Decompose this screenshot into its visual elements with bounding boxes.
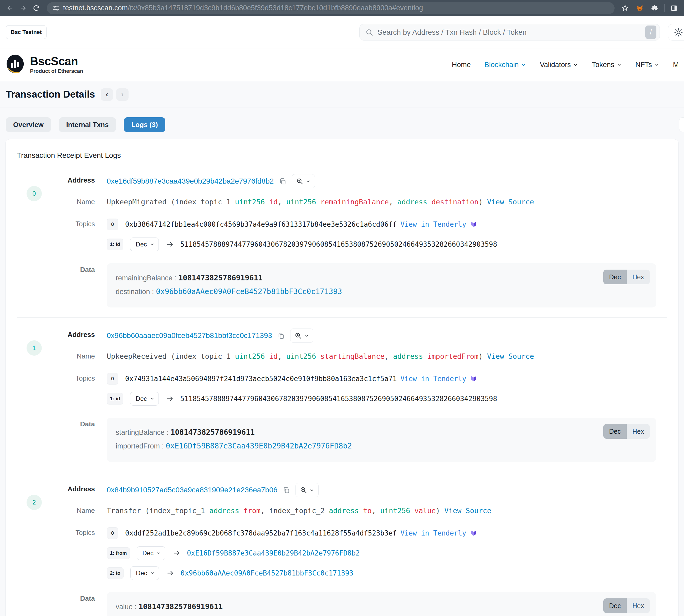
bscscan-logo[interactable]: BscScan Product of Etherscan: [6, 54, 83, 75]
topics-list: 0 0xb38647142fbb1ea4c000fc4569b37a4e9a9f…: [107, 218, 667, 258]
event-logs-card: Transaction Receipt Event Logs 0 Address…: [5, 139, 679, 616]
view-in-tenderly-link[interactable]: View in Tenderly: [401, 220, 466, 228]
logs-container: 0 Address 0xe16df59b887e3caa439e0b29b42b…: [5, 163, 679, 616]
topic-decode-dropdown[interactable]: Dec: [137, 546, 165, 560]
signature-segment: address: [329, 507, 359, 515]
log-address-link[interactable]: 0xe16df59b887e3caa439e0b29b42ba2e7976fd8…: [107, 177, 274, 185]
bookmark-star-icon[interactable]: [620, 3, 630, 14]
nav-item-tokens[interactable]: Tokens: [592, 61, 622, 69]
arrow-right-icon: [166, 569, 174, 577]
data-address-link[interactable]: 0xE16Df59B887e3Caa439E0b29B42bA2e7976FD8…: [166, 442, 352, 450]
nav-item-nfts[interactable]: NFTs: [635, 61, 659, 69]
view-source-link[interactable]: View Source: [487, 352, 534, 360]
tab-internal-txns[interactable]: Internal Txns: [59, 117, 116, 132]
dec-hex-toggle: Dec Hex: [603, 598, 650, 613]
dec-button[interactable]: Dec: [603, 424, 626, 439]
tenderly-icon: [470, 375, 478, 383]
hex-button[interactable]: Hex: [627, 598, 650, 613]
log-entry: 2 Address 0x84b9b910527ad5c03a9ca831909e…: [5, 472, 679, 616]
signature-segment: id: [265, 352, 278, 360]
address-lens-button[interactable]: [290, 329, 313, 343]
hex-button[interactable]: Hex: [627, 424, 650, 439]
signature-segment: uint256: [380, 507, 410, 515]
topic-index-badge: 2: to: [107, 567, 123, 579]
view-in-tenderly-link[interactable]: View in Tenderly: [401, 529, 466, 537]
side-panel-icon[interactable]: [669, 3, 679, 14]
nav-item-more[interactable]: M: [673, 61, 678, 69]
log-entry: 1 Address 0x96bb60aaaec09a0fceb4527b81bb…: [5, 318, 679, 464]
data-label: Data: [45, 418, 95, 428]
chevron-down-icon: [306, 179, 311, 183]
network-badge[interactable]: Bsc Testnet: [6, 25, 47, 39]
topic-row: 2: to Dec 0x96bb60aAAec09A0FceB4527b81bb…: [107, 566, 667, 580]
data-separator: :: [173, 274, 179, 282]
dec-button[interactable]: Dec: [603, 270, 626, 284]
address-label: Address: [45, 483, 95, 493]
signature-segment: UpkeepReceived (index_topic_1: [107, 352, 235, 360]
prev-transaction-button[interactable]: ‹: [101, 88, 113, 101]
search-bar[interactable]: /: [359, 24, 660, 41]
nav-item-validators[interactable]: Validators: [540, 61, 578, 69]
topic-decode-dropdown[interactable]: Dec: [130, 392, 159, 405]
search-input[interactable]: [378, 28, 641, 37]
signature-segment: startingBalance: [316, 352, 385, 360]
view-source-link[interactable]: View Source: [444, 507, 491, 515]
data-param-label: value: [116, 603, 133, 611]
log-address-link[interactable]: 0x84b9b910527ad5c03a9ca831909e21e236ea7b…: [107, 486, 277, 494]
extensions-icon[interactable]: [649, 3, 660, 14]
signature-segment: ): [478, 352, 487, 360]
chevron-down-icon: [654, 62, 659, 67]
dec-button[interactable]: Dec: [603, 598, 626, 613]
data-address-link[interactable]: 0x96bb60aAAec09A0FceB4527b81bbF3Cc0c1713…: [156, 287, 342, 296]
nav-item-home[interactable]: Home: [452, 61, 471, 69]
address-lens-button[interactable]: [295, 483, 319, 497]
topic-decode-dropdown[interactable]: Dec: [130, 566, 159, 580]
event-signature: UpkeepMigrated (index_topic_1 uint256 id…: [107, 195, 667, 207]
signature-segment: address: [397, 198, 427, 206]
log-index-badge: 0: [26, 186, 42, 201]
topic-decode-dropdown[interactable]: Dec: [130, 238, 159, 251]
data-separator: :: [160, 442, 166, 450]
metamask-icon[interactable]: [635, 3, 645, 14]
log-entry: 0 Address 0xe16df59b887e3caa439e0b29b42b…: [5, 163, 679, 310]
forward-icon[interactable]: [18, 3, 28, 14]
next-transaction-button[interactable]: ›: [116, 88, 129, 101]
bscscan-logo-icon: [6, 54, 26, 75]
signature-segment: remainingBalance: [316, 198, 389, 206]
data-separator: :: [133, 603, 139, 611]
topic-index-badge: 1: from: [107, 547, 130, 559]
signature-segment: ,: [278, 352, 286, 360]
theme-toggle-button[interactable]: [668, 24, 684, 41]
view-source-link[interactable]: View Source: [487, 198, 534, 206]
tab-bar-edge-button[interactable]: [679, 117, 684, 132]
chevron-down-icon: [310, 488, 314, 492]
hex-button[interactable]: Hex: [627, 270, 650, 284]
site-info-icon[interactable]: [52, 5, 60, 12]
view-in-tenderly-link[interactable]: View in Tenderly: [401, 375, 466, 383]
site-header-main: BscScan Product of Etherscan Home Blockc…: [0, 48, 684, 81]
topic-row: 1: id Dec 511854578889744779604306782039…: [107, 238, 667, 251]
signature-segment: ,: [372, 507, 380, 515]
magnifier-plus-icon: [300, 487, 307, 494]
reload-icon[interactable]: [31, 3, 42, 14]
data-separator: :: [150, 288, 156, 295]
address-bar[interactable]: testnet.bscscan.com/tx/0x85b3a147518719d…: [47, 2, 615, 14]
tab-overview[interactable]: Overview: [6, 117, 51, 132]
copy-icon[interactable]: [277, 332, 285, 339]
toolbar-divider: [664, 4, 664, 12]
log-address-link[interactable]: 0x96bb60aaaec09a0fceb4527b81bbf3cc0c1713…: [107, 331, 272, 340]
nav-item-blockchain[interactable]: Blockchain: [484, 61, 526, 69]
data-value: 1081473825786919611: [170, 428, 255, 437]
address-label: Address: [45, 174, 95, 184]
topic-value[interactable]: 0x96bb60aAAec09A0FceB4527b81bbF3Cc0c1713…: [181, 569, 353, 577]
copy-icon[interactable]: [282, 486, 290, 494]
topic-value[interactable]: 0xE16Df59B887e3Caa439E0b29B42bA2e7976FD8…: [187, 549, 360, 557]
address-lens-button[interactable]: [292, 174, 315, 188]
copy-icon[interactable]: [279, 178, 287, 185]
back-icon[interactable]: [5, 3, 15, 14]
topic-index-badge: 0: [107, 219, 118, 230]
signature-segment: uint256: [286, 198, 316, 206]
tab-logs[interactable]: Logs (3): [124, 117, 165, 132]
data-row: value : 1081473825786919611: [116, 600, 647, 614]
topic-row: 1: from Dec 0xE16Df59B887e3Caa439E0b29B4…: [107, 546, 667, 560]
